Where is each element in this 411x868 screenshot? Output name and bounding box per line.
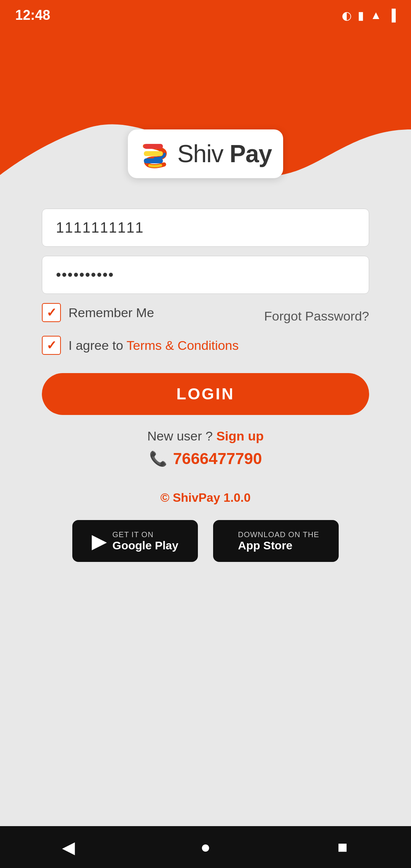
app-name: Shiv Pay	[177, 140, 272, 168]
new-user-text: New user ?	[147, 429, 216, 443]
new-user-row: New user ? Sign up	[42, 429, 369, 444]
password-input[interactable]: ••••••••••	[42, 256, 369, 294]
login-button[interactable]: LOGIN	[42, 373, 369, 415]
terms-row: I agree to Terms & Conditions	[42, 336, 369, 355]
app-store-main: App Store	[238, 539, 319, 552]
app-store-button[interactable]: Download on the App Store	[213, 520, 339, 562]
svg-rect-1	[144, 144, 163, 149]
google-play-icon: ▶	[92, 530, 107, 552]
svg-rect-3	[144, 158, 163, 163]
svg-rect-2	[144, 151, 163, 156]
forgot-password-link[interactable]: Forgot Password?	[264, 309, 369, 324]
form-area: 1111111111 •••••••••• Remember Me Forgot…	[42, 209, 369, 585]
copyright: © ShivPay 1.0.0	[42, 491, 369, 505]
remember-me-row: Remember Me	[42, 303, 154, 322]
google-play-button[interactable]: ▶ GET IT ON Google Play	[72, 520, 198, 562]
data-icon: ▮	[358, 9, 364, 22]
nav-recent-button[interactable]: ■	[327, 832, 358, 862]
battery-icon: ▐	[388, 9, 396, 22]
nav-bar: ◀ ● ■	[0, 826, 411, 868]
google-play-main: Google Play	[112, 539, 178, 552]
phone-number-link[interactable]: 7666477790	[173, 450, 262, 468]
remember-me-checkbox[interactable]	[42, 303, 61, 322]
nav-home-button[interactable]: ●	[190, 832, 221, 862]
status-icons: ◐ ▮ ▲ ▐	[342, 9, 396, 22]
terms-label: I agree to Terms & Conditions	[68, 338, 239, 353]
phone-icon: 📞	[149, 450, 167, 467]
store-buttons: ▶ GET IT ON Google Play Download on the …	[42, 520, 369, 562]
logo-area: Shiv Pay	[128, 129, 283, 178]
version-text: 1.0.0	[223, 491, 250, 504]
google-play-text: GET IT ON Google Play	[112, 530, 178, 552]
remember-me-label: Remember Me	[68, 305, 154, 320]
copyright-text: © ShivPay	[160, 491, 223, 504]
nav-back-button[interactable]: ◀	[53, 832, 84, 862]
sim-icon: ◐	[342, 9, 352, 22]
phone-input[interactable]: 1111111111	[42, 209, 369, 247]
phone-row: 📞 7666477790	[42, 450, 369, 468]
status-bar: 12:48 ◐ ▮ ▲ ▐	[0, 0, 411, 30]
signal-icon: ▲	[370, 9, 382, 22]
main-content: Shiv Pay 1111111111 •••••••••• Remember …	[0, 30, 411, 585]
remember-forgot-row: Remember Me Forgot Password?	[42, 303, 369, 329]
app-store-text: Download on the App Store	[238, 530, 319, 552]
app-store-sub: Download on the	[238, 530, 319, 539]
google-play-sub: GET IT ON	[112, 530, 178, 539]
logo-box: Shiv Pay	[128, 129, 283, 178]
app-logo-icon	[139, 139, 170, 169]
signup-link[interactable]: Sign up	[216, 429, 264, 443]
terms-link[interactable]: Terms & Conditions	[127, 338, 239, 353]
status-time: 12:48	[15, 7, 50, 23]
terms-checkbox[interactable]	[42, 336, 61, 355]
